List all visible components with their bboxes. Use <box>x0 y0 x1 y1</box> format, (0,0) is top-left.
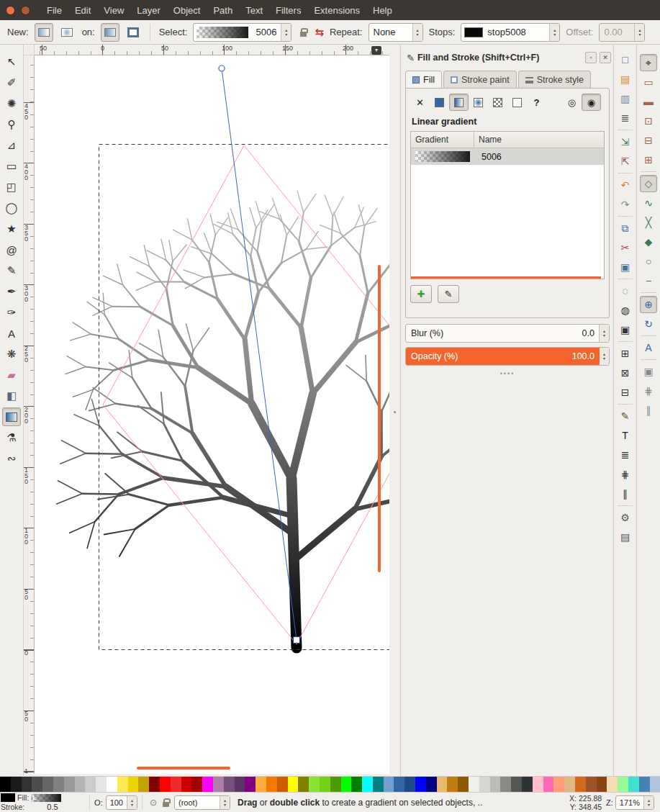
gradient-on-stroke-button[interactable] <box>124 23 143 42</box>
palette-swatch[interactable] <box>181 777 192 792</box>
palette-swatch[interactable] <box>362 777 373 792</box>
connector-tool[interactable]: ∾ <box>2 449 21 468</box>
palette-swatch[interactable] <box>245 777 256 792</box>
stops-combo[interactable]: stop5008 ▴▾ <box>461 23 560 42</box>
palette-swatch[interactable] <box>469 777 479 792</box>
zoom-spin-arrows[interactable]: ▴▾ <box>643 796 654 809</box>
window-close-button[interactable] <box>6 6 15 15</box>
gradient-guide-line[interactable] <box>222 68 297 640</box>
palette-swatch[interactable] <box>650 777 660 792</box>
palette-swatch[interactable] <box>586 777 597 792</box>
palette-swatch[interactable] <box>426 777 437 792</box>
paint-linear-gradient-button[interactable] <box>449 94 469 111</box>
tweak-tool[interactable]: ✺ <box>2 94 21 113</box>
blur-arrows[interactable]: ▴▾ <box>599 325 609 342</box>
palette-swatch[interactable] <box>149 777 160 792</box>
stops-arrows[interactable]: ▴▾ <box>549 24 559 41</box>
fill-stroke-indicator[interactable]: Fill: L Stroke: 0.5 <box>0 793 85 811</box>
gradient-list-row[interactable]: 5006 <box>411 148 604 165</box>
palette-swatch[interactable] <box>351 777 362 792</box>
menu-item-edit[interactable]: Edit <box>68 1 97 19</box>
star-tool[interactable]: ★ <box>2 220 21 238</box>
document-properties-button[interactable]: ▤ <box>617 528 634 546</box>
menu-item-view[interactable]: View <box>97 1 130 19</box>
palette-swatch[interactable] <box>458 777 469 792</box>
palette-swatch[interactable] <box>575 777 586 792</box>
layer-combo[interactable]: (root) ▴▾ <box>174 795 230 810</box>
palette-swatch[interactable] <box>22 777 32 792</box>
snap-object-centers-button[interactable]: ⊕ <box>640 296 657 313</box>
snap-bbox-button[interactable]: ▭ <box>640 73 657 91</box>
reverse-gradient-button[interactable]: ⇆ <box>315 26 324 39</box>
gradient-end-handle[interactable] <box>294 637 300 644</box>
window-minimize-button[interactable] <box>21 6 30 15</box>
gradient-on-fill-button[interactable] <box>101 23 119 42</box>
palette-swatch[interactable] <box>479 777 490 792</box>
paint-bucket-tool[interactable]: ◧ <box>2 387 21 405</box>
panel-resize-grip[interactable]: •••• <box>401 370 614 377</box>
palette-swatch[interactable] <box>213 777 224 792</box>
snap-text-baseline-button[interactable]: A <box>640 339 657 356</box>
palette-swatch[interactable] <box>117 777 128 792</box>
palette-swatch[interactable] <box>85 777 96 792</box>
add-gradient-button[interactable]: ✚ <box>410 285 432 303</box>
palette-swatch[interactable] <box>607 777 618 792</box>
palette-swatch[interactable] <box>330 777 341 792</box>
palette-swatch[interactable] <box>277 777 288 792</box>
palette-swatch[interactable] <box>394 777 404 792</box>
blur-control[interactable]: Blur (%) 0.0 ▴▾ <box>405 324 610 343</box>
zoom-page-button[interactable]: ▣ <box>617 321 634 338</box>
palette-swatch[interactable] <box>235 777 245 792</box>
menu-item-layer[interactable]: Layer <box>130 1 167 19</box>
clone-button[interactable]: ⊠ <box>617 364 634 382</box>
zoom-selection-button[interactable]: ◌ <box>617 282 634 299</box>
canvas[interactable] <box>35 55 389 774</box>
object-opacity-spin[interactable]: 100 ▴▾ <box>106 795 137 810</box>
palette-swatch[interactable] <box>96 777 107 792</box>
copy-button[interactable]: ⧉ <box>617 220 634 237</box>
palette-swatch[interactable] <box>597 777 607 792</box>
gradient-list[interactable]: Gradient Name 5006 <box>410 131 605 279</box>
palette-swatch[interactable] <box>128 777 139 792</box>
paint-swatch-button[interactable] <box>507 94 527 111</box>
gradient-select-combo[interactable]: 5006 ▴▾ <box>193 23 291 42</box>
paint-radial-gradient-button[interactable] <box>469 94 488 111</box>
blur-value[interactable]: 0.0 <box>582 328 599 338</box>
import-button[interactable]: ⇲ <box>617 133 634 150</box>
dropper-tool[interactable]: ⚗ <box>2 428 21 447</box>
horizontal-scrollbar[interactable] <box>137 767 230 770</box>
spiral-tool[interactable]: @ <box>2 240 21 259</box>
palette-swatch[interactable] <box>288 777 299 792</box>
palette-swatch[interactable] <box>511 777 522 792</box>
snap-rotation-center-button[interactable]: ↻ <box>640 315 657 333</box>
snap-cusp-nodes-button[interactable]: ◆ <box>640 233 657 251</box>
layers-dialog-button[interactable]: ≣ <box>617 446 634 464</box>
tab-stroke-paint[interactable]: Stroke paint <box>443 71 517 89</box>
paste-button[interactable]: ▣ <box>617 258 634 276</box>
new-linear-gradient-button[interactable] <box>35 23 53 42</box>
gradient-select-arrows[interactable]: ▴▾ <box>281 24 291 41</box>
palette-swatch[interactable] <box>171 777 181 792</box>
zoom-drawing-button[interactable]: ◍ <box>617 302 634 319</box>
menu-item-text[interactable]: Text <box>239 1 269 19</box>
zoom-tool[interactable]: ⚲ <box>2 115 21 134</box>
fill-rule-nonzero-button[interactable]: ◉ <box>582 94 601 111</box>
snap-nodes-button[interactable]: ◇ <box>640 175 657 192</box>
palette-swatch[interactable] <box>32 777 42 792</box>
repeat-combo[interactable]: None ▴▾ <box>369 23 423 42</box>
menu-item-object[interactable]: Object <box>167 1 207 19</box>
layer-lock-toggle[interactable] <box>160 798 171 807</box>
rectangle-tool[interactable]: ▭ <box>2 157 21 176</box>
palette-swatch[interactable] <box>639 777 650 792</box>
paint-pattern-button[interactable] <box>488 94 507 111</box>
palette-swatch[interactable] <box>11 777 22 792</box>
spray-tool[interactable]: ❋ <box>2 345 21 364</box>
list-scrollbar[interactable] <box>411 276 601 279</box>
panel-close-button[interactable]: ✕ <box>600 52 611 63</box>
palette-swatch[interactable] <box>0 777 11 792</box>
palette-swatch[interactable] <box>298 777 309 792</box>
save-button[interactable]: ▥ <box>617 90 634 107</box>
menu-item-path[interactable]: Path <box>207 1 239 19</box>
open-document-button[interactable]: ▤ <box>617 71 634 88</box>
palette-swatch[interactable] <box>64 777 75 792</box>
